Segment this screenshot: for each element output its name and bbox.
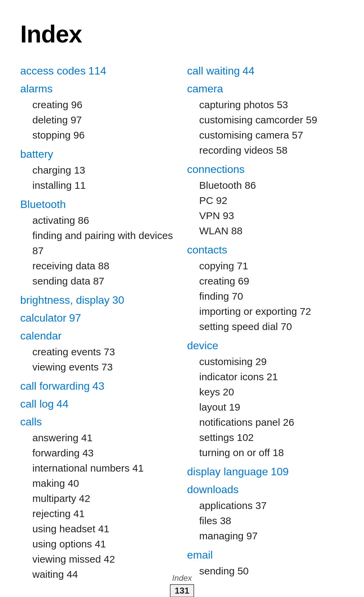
sub-entries-connections: Bluetooth 86PC 92VPN 93WLAN 88 [187, 178, 344, 238]
right-column: call waiting44cameracapturing photos 53c… [187, 65, 344, 587]
index-section-calls: callsanswering 41forwarding 43internatio… [20, 416, 177, 582]
index-term-call-waiting: call waiting [187, 65, 240, 77]
sub-entry: answering 41 [20, 430, 177, 445]
index-term-camera: camera [187, 83, 223, 95]
index-term-brightness-display: brightness, display [20, 294, 110, 306]
index-section-display-language: display language109 [187, 466, 344, 478]
footer-label: Index [0, 573, 364, 583]
sub-entry: customising 29 [187, 354, 344, 369]
sub-entry: installing 11 [20, 178, 177, 193]
sub-entry: applications 37 [187, 498, 344, 513]
left-column: access codes114alarmscreating 96deleting… [20, 65, 187, 587]
index-term-bluetooth: Bluetooth [20, 198, 66, 210]
index-section-device: devicecustomising 29indicator icons 21ke… [187, 339, 344, 460]
sub-entry: multiparty 42 [20, 491, 177, 506]
page-title: Index [20, 20, 344, 48]
sub-entries-calls: answering 41forwarding 43international n… [20, 430, 177, 582]
sub-entry: layout 19 [187, 399, 344, 415]
sub-entry: sending data 87 [20, 273, 177, 289]
index-section-bluetooth: Bluetoothactivating 86finding and pairin… [20, 198, 177, 289]
index-term-number-brightness-display: 30 [112, 294, 124, 306]
sub-entry: notifications panel 26 [187, 415, 344, 430]
page-footer: Index 131 [0, 573, 364, 597]
sub-entry: creating 69 [187, 273, 344, 289]
sub-entry: using options 41 [20, 536, 177, 551]
index-term-number-display-language: 109 [271, 466, 289, 478]
index-term-number-access-codes: 114 [88, 65, 106, 77]
index-term-contacts: contacts [187, 244, 227, 256]
sub-entry: activating 86 [20, 213, 177, 228]
sub-entries-contacts: copying 71creating 69finding 70importing… [187, 258, 344, 334]
sub-entries-downloads: applications 37files 38managing 97 [187, 498, 344, 543]
sub-entries-battery: charging 13installing 11 [20, 162, 177, 193]
footer-page-number: 131 [170, 584, 194, 597]
index-section-connections: connectionsBluetooth 86PC 92VPN 93WLAN 8… [187, 163, 344, 238]
index-term-downloads: downloads [187, 483, 239, 496]
sub-entry: stopping 96 [20, 127, 177, 143]
index-section-call-waiting: call waiting44 [187, 65, 344, 77]
sub-entry: making 40 [20, 476, 177, 491]
sub-entry: using headset 41 [20, 521, 177, 536]
index-section-brightness-display: brightness, display30 [20, 294, 177, 306]
sub-entry: Bluetooth 86 [187, 178, 344, 193]
sub-entry: creating 96 [20, 97, 177, 112]
index-term-device: device [187, 339, 218, 352]
index-term-number-calculator: 97 [69, 312, 81, 324]
index-term-alarms: alarms [20, 83, 53, 95]
index-section-contacts: contactscopying 71creating 69finding 70i… [187, 244, 344, 334]
sub-entry: customising camcorder 59 [187, 112, 344, 127]
sub-entry: international numbers 41 [20, 460, 177, 476]
index-term-calendar: calendar [20, 330, 62, 342]
index-section-call-forwarding: call forwarding43 [20, 380, 177, 392]
sub-entry: capturing photos 53 [187, 97, 344, 112]
sub-entries-bluetooth: activating 86finding and pairing with de… [20, 213, 177, 289]
sub-entry: creating events 73 [20, 344, 177, 359]
sub-entry: keys 20 [187, 384, 344, 399]
index-section-battery: batterycharging 13installing 11 [20, 148, 177, 193]
index-section-downloads: downloadsapplications 37files 38managing… [187, 483, 344, 543]
index-section-calculator: calculator97 [20, 312, 177, 324]
sub-entry: PC 92 [187, 193, 344, 208]
sub-entry: setting speed dial 70 [187, 319, 344, 334]
sub-entries-camera: capturing photos 53customising camcorder… [187, 97, 344, 158]
sub-entry: importing or exporting 72 [187, 304, 344, 319]
sub-entry: receiving data 88 [20, 258, 177, 273]
index-term-number-call-forwarding: 43 [92, 380, 104, 392]
index-section-access-codes: access codes114 [20, 65, 177, 77]
index-term-battery: battery [20, 148, 53, 160]
sub-entry: turning on or off 18 [187, 445, 344, 460]
sub-entry: copying 71 [187, 258, 344, 273]
sub-entry: charging 13 [20, 162, 177, 178]
index-section-calendar: calendarcreating events 73viewing events… [20, 330, 177, 375]
sub-entries-device: customising 29indicator icons 21keys 20l… [187, 354, 344, 460]
index-term-calculator: calculator [20, 312, 66, 324]
index-term-number-call-log: 44 [57, 398, 69, 410]
sub-entry: recording videos 58 [187, 143, 344, 158]
sub-entry: finding and pairing with devices 87 [20, 228, 177, 258]
sub-entry: finding 70 [187, 289, 344, 304]
index-term-connections: connections [187, 163, 245, 175]
index-section-camera: cameracapturing photos 53customising cam… [187, 83, 344, 158]
sub-entry: viewing events 73 [20, 359, 177, 375]
sub-entry: files 38 [187, 513, 344, 528]
sub-entry: viewing missed 42 [20, 551, 177, 567]
sub-entry: managing 97 [187, 528, 344, 543]
sub-entry: settings 102 [187, 430, 344, 445]
index-term-calls: calls [20, 416, 42, 428]
sub-entry: rejecting 41 [20, 506, 177, 521]
index-section-alarms: alarmscreating 96deleting 97stopping 96 [20, 83, 177, 143]
sub-entry: customising camera 57 [187, 127, 344, 143]
index-term-email: email [187, 549, 213, 561]
sub-entry: deleting 97 [20, 112, 177, 127]
index-term-number-call-waiting: 44 [243, 65, 255, 77]
index-term-call-log: call log [20, 398, 54, 410]
index-section-call-log: call log44 [20, 398, 177, 410]
index-term-access-codes: access codes [20, 65, 86, 77]
sub-entry: VPN 93 [187, 208, 344, 223]
sub-entry: forwarding 43 [20, 445, 177, 460]
index-term-display-language: display language [187, 466, 268, 478]
sub-entry: WLAN 88 [187, 223, 344, 238]
sub-entries-alarms: creating 96deleting 97stopping 96 [20, 97, 177, 143]
sub-entries-calendar: creating events 73viewing events 73 [20, 344, 177, 375]
index-term-call-forwarding: call forwarding [20, 380, 90, 392]
